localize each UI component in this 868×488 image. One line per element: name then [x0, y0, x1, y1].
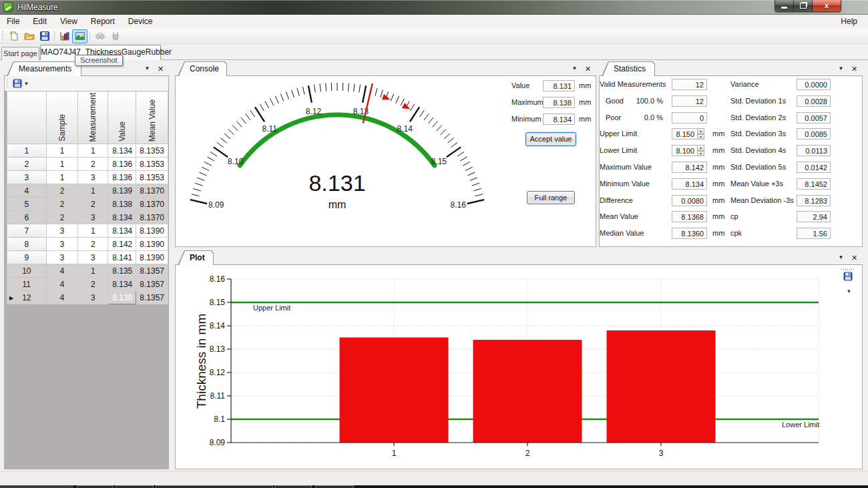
pane-close-button[interactable]: ✕: [849, 64, 859, 73]
taskbar-item[interactable]: [116, 485, 154, 488]
spinner-buttons[interactable]: ▲▼: [697, 145, 704, 156]
row-header-cell[interactable]: 6: [7, 211, 47, 224]
grid-cell[interactable]: 2: [78, 158, 108, 171]
row-header-cell[interactable]: 4: [7, 184, 47, 198]
grid-cell[interactable]: 8.136: [108, 158, 136, 171]
grid-cell[interactable]: 4: [46, 264, 78, 278]
grid-cell[interactable]: 8.141: [108, 251, 136, 264]
grid-cell[interactable]: 8.1357: [136, 278, 168, 291]
grid-cell[interactable]: 8.1353: [136, 171, 168, 184]
menu-item-view[interactable]: View: [53, 17, 84, 26]
taskbar-item[interactable]: [77, 485, 114, 488]
export-save-button[interactable]: ▼: [11, 77, 31, 91]
grid-cell[interactable]: 8.1370: [136, 211, 168, 224]
menu-item-edit[interactable]: Edit: [26, 17, 53, 26]
taskbar-item[interactable]: [156, 485, 273, 488]
row-header-cell[interactable]: 2: [7, 158, 47, 171]
report-chart-button[interactable]: [57, 29, 72, 43]
pane-menu-button[interactable]: ▼: [836, 253, 846, 262]
column-header[interactable]: Value: [108, 91, 136, 144]
grid-cell[interactable]: 4: [46, 278, 78, 291]
grid-cell[interactable]: 8.1390: [136, 238, 168, 251]
save-button[interactable]: [37, 29, 52, 43]
toolbar-grip[interactable]: [2, 31, 3, 41]
grid-cell[interactable]: 2: [46, 211, 78, 224]
grid-cell[interactable]: 8.142: [108, 238, 136, 251]
taskbar-item[interactable]: [0, 485, 73, 488]
grid-cell[interactable]: 3: [78, 291, 108, 304]
grid-cell[interactable]: 8.1357: [136, 291, 168, 304]
grid-cell[interactable]: 3: [78, 171, 108, 184]
spin-up-icon[interactable]: ▲: [697, 128, 704, 134]
menu-item-report[interactable]: Report: [84, 17, 122, 26]
grid-cell[interactable]: 1: [46, 158, 78, 171]
grid-cell[interactable]: 1: [46, 144, 78, 158]
plot-tab[interactable]: Plot: [178, 250, 214, 265]
grid-cell[interactable]: 3: [46, 251, 78, 264]
grid-cell[interactable]: 2: [78, 238, 108, 251]
pane-menu-button[interactable]: ▼: [142, 64, 152, 73]
grid-cell[interactable]: 1: [46, 171, 78, 184]
grid-cell[interactable]: 3: [46, 238, 78, 251]
grid-cell[interactable]: 4: [46, 291, 78, 304]
column-header[interactable]: Measurement: [78, 91, 108, 144]
plot-save-button[interactable]: ▼: [843, 272, 853, 295]
pane-close-button[interactable]: ✕: [583, 64, 593, 73]
restore-button[interactable]: [794, 0, 813, 11]
measurements-tab[interactable]: Measurements: [7, 61, 81, 76]
grid-cell[interactable]: 8.1357: [136, 264, 168, 278]
pane-close-button[interactable]: ✕: [156, 64, 166, 73]
grid-cell[interactable]: 3: [78, 251, 108, 264]
grid-cell[interactable]: 8.134: [108, 224, 136, 238]
grid-cell[interactable]: 8.1370: [136, 198, 168, 211]
grid-cell[interactable]: 1: [78, 144, 108, 158]
taskbar-item[interactable]: [274, 485, 312, 488]
grid-cell[interactable]: 2: [46, 198, 78, 211]
column-header[interactable]: [7, 91, 47, 144]
pane-close-button[interactable]: ✕: [849, 253, 859, 262]
grid-cell[interactable]: 8.138: [108, 291, 136, 304]
open-file-button[interactable]: [21, 29, 37, 43]
grid-cell[interactable]: 8.134: [108, 211, 136, 224]
row-header-cell[interactable]: 3: [7, 171, 47, 184]
grid-cell[interactable]: 3: [78, 211, 108, 224]
column-header[interactable]: Mean Value: [136, 91, 168, 144]
grid-cell[interactable]: 8.1353: [136, 158, 168, 171]
menu-item-file[interactable]: File: [0, 17, 26, 26]
device-connect-button[interactable]: [107, 29, 123, 43]
minimize-button[interactable]: [775, 0, 794, 11]
row-header-cell[interactable]: 9: [7, 251, 47, 264]
tab-start-page[interactable]: Start page: [1, 47, 39, 60]
console-tab[interactable]: Console: [178, 61, 227, 76]
column-header[interactable]: Sample: [46, 91, 78, 144]
grid-cell[interactable]: 2: [78, 198, 108, 211]
grid-cell[interactable]: 8.135: [108, 264, 136, 278]
taskbar-item[interactable]: [315, 485, 354, 488]
grid-cell[interactable]: 1: [78, 184, 108, 198]
row-header-cell[interactable]: ▶12: [7, 291, 47, 304]
grid-cell[interactable]: 8.136: [108, 171, 136, 184]
grid-cell[interactable]: 8.1390: [136, 251, 168, 264]
grid-cell[interactable]: 2: [46, 184, 78, 198]
find-button[interactable]: [92, 29, 107, 43]
toolbar-grip[interactable]: [841, 268, 855, 270]
row-header-cell[interactable]: 11: [7, 278, 47, 291]
grid-cell[interactable]: 8.134: [108, 278, 136, 291]
toolbar-grip[interactable]: [7, 79, 8, 89]
limit-input[interactable]: 8.100: [672, 145, 698, 156]
close-button[interactable]: x: [813, 0, 841, 11]
menu-item-help[interactable]: Help: [837, 15, 861, 29]
screenshot-button[interactable]: [72, 29, 87, 43]
row-header-cell[interactable]: 8: [7, 238, 47, 251]
grid-cell[interactable]: 8.1353: [136, 144, 168, 158]
limit-input[interactable]: 8.150: [672, 128, 698, 140]
spin-down-icon[interactable]: ▼: [697, 134, 704, 140]
grid-cell[interactable]: 1: [78, 264, 108, 278]
spin-down-icon[interactable]: ▼: [697, 151, 704, 157]
grid-cell[interactable]: 8.134: [108, 144, 136, 158]
row-header-cell[interactable]: 7: [7, 224, 47, 238]
grid-cell[interactable]: 2: [78, 278, 108, 291]
pane-menu-button[interactable]: ▼: [836, 64, 846, 73]
menu-item-device[interactable]: Device: [122, 17, 160, 26]
row-header-cell[interactable]: 10: [7, 264, 47, 278]
